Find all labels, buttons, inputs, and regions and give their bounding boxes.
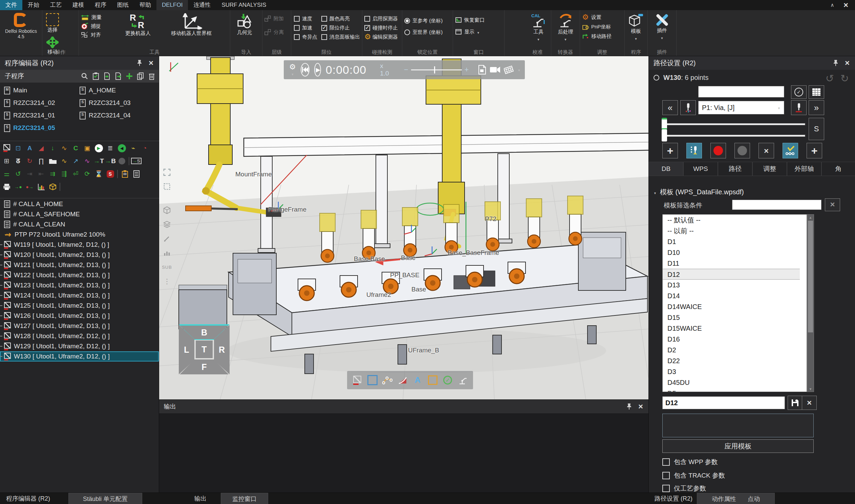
- clipboard-orange-icon[interactable]: [120, 169, 129, 178]
- speed-slider[interactable]: − +: [404, 65, 469, 74]
- s-button[interactable]: S: [808, 118, 824, 140]
- template-item[interactable]: D5: [663, 388, 800, 392]
- tab-path[interactable]: 路径: [718, 162, 752, 176]
- playback-settings[interactable]: [289, 62, 296, 77]
- template-description-box[interactable]: [662, 414, 814, 437]
- template-item[interactable]: D45DU: [663, 377, 800, 388]
- slider-handle-1[interactable]: [662, 118, 667, 130]
- teach-point-button[interactable]: [687, 143, 702, 158]
- align-button[interactable]: 对齐: [81, 31, 118, 39]
- record-button[interactable]: [710, 143, 726, 158]
- chart-bars-icon[interactable]: [37, 182, 46, 191]
- statement-row[interactable]: # CALL A_CLEAN: [0, 219, 159, 230]
- redo-red-icon[interactable]: ↻: [25, 156, 34, 165]
- viewport-3d[interactable]: MountFrame FlangeFrame P72 Base Base Bas…: [159, 56, 648, 399]
- window-blue-icon[interactable]: [367, 374, 378, 386]
- statement-row[interactable]: W128 [ Utool1, Uframe2, D12, () ]: [0, 331, 159, 341]
- step-in-icon[interactable]: ⇥: [25, 169, 34, 178]
- layers-icon[interactable]: [162, 219, 172, 230]
- template-item[interactable]: D22: [663, 355, 800, 366]
- add-point-before-button[interactable]: [662, 143, 678, 158]
- speed-checkbox[interactable]: [294, 16, 300, 22]
- slider-track-2[interactable]: [662, 135, 805, 137]
- step-out-icon[interactable]: ⇤: [37, 169, 46, 178]
- sync-icon[interactable]: ⟳: [83, 169, 92, 178]
- close-icon[interactable]: [636, 402, 645, 411]
- chart-icon[interactable]: [162, 248, 172, 258]
- skip-start-button[interactable]: [301, 63, 309, 76]
- add-icon[interactable]: [126, 72, 133, 80]
- pnp-frame-button[interactable]: PnP坐标: [582, 22, 622, 31]
- program-item[interactable]: SR2ZC3214_02: [4, 98, 55, 108]
- restore-window-button[interactable]: 恢复窗口: [455, 16, 502, 24]
- option-process-only[interactable]: 仅工艺参数: [662, 484, 706, 493]
- attach-button[interactable]: 附加: [265, 14, 289, 23]
- checkbox-limit-stop[interactable]: 限位停止: [321, 23, 360, 32]
- menu-process[interactable]: 工艺: [45, 0, 67, 10]
- frame-select-icon[interactable]: ▣: [83, 144, 92, 152]
- ramp-icon[interactable]: [397, 374, 408, 386]
- copy-icon[interactable]: [137, 72, 144, 80]
- template-item[interactable]: D3: [663, 366, 800, 377]
- scrollbar-thumb[interactable]: [808, 221, 813, 332]
- path-points-icon[interactable]: ∿: [59, 144, 69, 152]
- template-button[interactable]: 模板: [627, 12, 645, 43]
- grid-icon[interactable]: ⊞: [2, 156, 11, 165]
- tab-angle[interactable]: 角: [821, 162, 855, 176]
- tab-motion-props[interactable]: 动作属性: [712, 495, 736, 503]
- template-item[interactable]: D15: [663, 312, 800, 323]
- template-item[interactable]: D14: [663, 290, 800, 301]
- menu-connectivity[interactable]: 连通性: [188, 0, 216, 10]
- loop-green-icon[interactable]: ↺: [14, 169, 23, 178]
- import-doc-icon[interactable]: [103, 72, 111, 80]
- torch-to-point-button[interactable]: [680, 100, 696, 115]
- slider-handle[interactable]: [434, 66, 435, 73]
- template-filter-input[interactable]: [732, 200, 821, 210]
- save-template-button[interactable]: [788, 396, 802, 410]
- tab-wps[interactable]: WPS: [683, 162, 718, 176]
- statement-row-selected[interactable]: W130 [ Utool1, Uframe2, D12, () ]: [0, 352, 159, 361]
- statement-row[interactable]: W121 [ Utool1, Uframe2, D13, () ]: [0, 260, 159, 270]
- delete-template-button[interactable]: [802, 396, 817, 410]
- statement-row[interactable]: W124 [ Utool1, Uframe2, D13, () ]: [0, 290, 159, 301]
- checkbox-color-highlight[interactable]: 颜色高亮: [321, 14, 360, 23]
- play-icon[interactable]: ▶: [94, 144, 103, 152]
- menu-start[interactable]: 开始: [22, 0, 45, 10]
- scroll-down-icon[interactable]: ▼: [807, 386, 814, 392]
- track-checkbox[interactable]: [662, 472, 670, 479]
- checkbox-accel[interactable]: 加速: [294, 23, 317, 32]
- program-item[interactable]: SR2ZC3214_01: [4, 110, 55, 121]
- branch-icon[interactable]: ⇉: [48, 169, 57, 178]
- program-item[interactable]: MMain: [4, 85, 27, 95]
- radio-to-world[interactable]: 至世界 (坐标): [404, 28, 451, 37]
- tab-staubli-config[interactable]: Stäubli 单元配置: [68, 493, 142, 504]
- checklist-icon[interactable]: [92, 72, 100, 80]
- display-button[interactable]: 显示: [455, 28, 502, 36]
- video-icon[interactable]: [489, 66, 500, 73]
- menu-program[interactable]: 程序: [89, 0, 112, 10]
- export-doc-icon[interactable]: [114, 72, 122, 80]
- select-area-icon[interactable]: [162, 181, 172, 192]
- statement-row[interactable]: # CALL A_SAFEHOME: [0, 209, 159, 219]
- measure-button[interactable]: 测量: [81, 13, 118, 22]
- checkbox-enable-detector[interactable]: 启用探测器: [364, 14, 400, 23]
- u-move-icon[interactable]: ∏: [37, 156, 46, 165]
- move-path-button[interactable]: 移动路径: [582, 32, 622, 41]
- program-item[interactable]: SR2ZC3214_03: [79, 98, 131, 108]
- statement-row[interactable]: W127 [ Utool1, Uframe2, D13, () ]: [0, 321, 159, 331]
- minus-icon[interactable]: −: [404, 65, 408, 74]
- plugin-button[interactable]: 插件: [650, 12, 674, 42]
- plus-icon[interactable]: +: [465, 65, 469, 74]
- program-item[interactable]: SR2ZC3214_04: [79, 110, 131, 121]
- pin-icon[interactable]: [135, 58, 144, 67]
- tab-output[interactable]: 输出: [190, 493, 211, 504]
- prev-point-button[interactable]: [662, 100, 678, 115]
- option-wpp[interactable]: 包含 WPP 参数: [662, 457, 718, 466]
- search-icon[interactable]: [81, 72, 88, 80]
- io-in-icon[interactable]: →●: [14, 182, 23, 191]
- option-track[interactable]: 包含 TRACK 参数: [662, 471, 725, 480]
- template-name-input[interactable]: [662, 396, 785, 409]
- statement-row[interactable]: W122 [ Utool1, Uframe2, D13, () ]: [0, 270, 159, 280]
- statement-row[interactable]: W125 [ Utool1, Uframe2, D13, () ]: [0, 301, 159, 311]
- doc-s-icon[interactable]: →S: [132, 156, 141, 165]
